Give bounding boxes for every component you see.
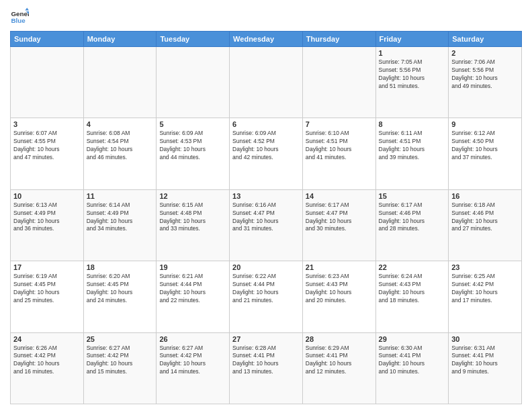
day-number: 1 xyxy=(379,49,446,57)
week-row-1: 3Sunrise: 6:07 AM Sunset: 4:55 PM Daylig… xyxy=(11,118,522,189)
day-info: Sunrise: 6:27 AM Sunset: 4:42 PM Dayligh… xyxy=(159,345,226,377)
day-cell: 16Sunrise: 6:18 AM Sunset: 4:46 PM Dayli… xyxy=(449,189,522,261)
day-cell: 22Sunrise: 6:24 AM Sunset: 4:43 PM Dayli… xyxy=(375,261,449,332)
day-cell: 20Sunrise: 6:22 AM Sunset: 4:44 PM Dayli… xyxy=(230,261,303,332)
day-cell xyxy=(83,47,157,118)
day-number: 5 xyxy=(159,120,226,128)
day-number: 30 xyxy=(451,335,519,343)
day-number: 8 xyxy=(379,120,446,128)
header-cell-saturday: Saturday xyxy=(449,32,522,47)
day-info: Sunrise: 6:09 AM Sunset: 4:53 PM Dayligh… xyxy=(159,130,226,162)
day-cell: 15Sunrise: 6:17 AM Sunset: 4:46 PM Dayli… xyxy=(375,189,449,261)
day-cell: 8Sunrise: 6:11 AM Sunset: 4:51 PM Daylig… xyxy=(375,118,449,189)
day-number: 7 xyxy=(306,120,373,128)
day-cell: 3Sunrise: 6:07 AM Sunset: 4:55 PM Daylig… xyxy=(11,118,84,189)
day-number: 19 xyxy=(159,263,226,271)
day-cell xyxy=(230,47,303,118)
day-cell: 18Sunrise: 6:20 AM Sunset: 4:45 PM Dayli… xyxy=(83,261,157,332)
day-number: 6 xyxy=(232,120,300,128)
day-info: Sunrise: 6:10 AM Sunset: 4:51 PM Dayligh… xyxy=(306,130,373,162)
day-cell: 24Sunrise: 6:26 AM Sunset: 4:42 PM Dayli… xyxy=(11,332,84,404)
day-number: 23 xyxy=(451,263,519,271)
header-cell-thursday: Thursday xyxy=(302,32,375,47)
day-cell: 30Sunrise: 6:31 AM Sunset: 4:41 PM Dayli… xyxy=(449,332,522,404)
svg-text:Blue: Blue xyxy=(11,17,26,24)
day-number: 13 xyxy=(232,192,300,200)
day-number: 25 xyxy=(87,335,154,343)
header-cell-friday: Friday xyxy=(375,32,449,47)
day-info: Sunrise: 6:09 AM Sunset: 4:52 PM Dayligh… xyxy=(232,130,300,162)
day-info: Sunrise: 6:29 AM Sunset: 4:41 PM Dayligh… xyxy=(306,345,373,377)
calendar-table: SundayMondayTuesdayWednesdayThursdayFrid… xyxy=(10,31,522,404)
day-info: Sunrise: 6:12 AM Sunset: 4:50 PM Dayligh… xyxy=(451,130,519,162)
day-cell: 17Sunrise: 6:19 AM Sunset: 4:45 PM Dayli… xyxy=(11,261,84,332)
day-number: 2 xyxy=(451,49,519,57)
day-cell: 19Sunrise: 6:21 AM Sunset: 4:44 PM Dayli… xyxy=(157,261,230,332)
day-info: Sunrise: 6:19 AM Sunset: 4:45 PM Dayligh… xyxy=(13,273,81,305)
day-info: Sunrise: 6:07 AM Sunset: 4:55 PM Dayligh… xyxy=(13,130,81,162)
calendar-header: SundayMondayTuesdayWednesdayThursdayFrid… xyxy=(11,32,522,47)
day-info: Sunrise: 6:27 AM Sunset: 4:42 PM Dayligh… xyxy=(87,345,154,377)
day-info: Sunrise: 6:21 AM Sunset: 4:44 PM Dayligh… xyxy=(159,273,226,305)
day-info: Sunrise: 6:16 AM Sunset: 4:47 PM Dayligh… xyxy=(232,201,300,234)
day-number: 10 xyxy=(13,192,81,200)
header-row: SundayMondayTuesdayWednesdayThursdayFrid… xyxy=(11,32,522,47)
day-info: Sunrise: 6:17 AM Sunset: 4:46 PM Dayligh… xyxy=(379,201,446,234)
day-cell: 27Sunrise: 6:28 AM Sunset: 4:41 PM Dayli… xyxy=(230,332,303,404)
day-cell: 13Sunrise: 6:16 AM Sunset: 4:47 PM Dayli… xyxy=(230,189,303,261)
day-info: Sunrise: 6:23 AM Sunset: 4:43 PM Dayligh… xyxy=(306,273,373,305)
header-cell-wednesday: Wednesday xyxy=(230,32,303,47)
day-cell: 7Sunrise: 6:10 AM Sunset: 4:51 PM Daylig… xyxy=(302,118,375,189)
day-info: Sunrise: 6:17 AM Sunset: 4:47 PM Dayligh… xyxy=(306,201,373,234)
day-cell: 21Sunrise: 6:23 AM Sunset: 4:43 PM Dayli… xyxy=(302,261,375,332)
day-cell: 14Sunrise: 6:17 AM Sunset: 4:47 PM Dayli… xyxy=(302,189,375,261)
day-number: 11 xyxy=(87,192,154,200)
logo-icon: General Blue xyxy=(10,7,29,26)
header-cell-tuesday: Tuesday xyxy=(157,32,230,47)
day-info: Sunrise: 6:15 AM Sunset: 4:48 PM Dayligh… xyxy=(159,201,226,234)
header-cell-monday: Monday xyxy=(83,32,157,47)
day-info: Sunrise: 6:30 AM Sunset: 4:41 PM Dayligh… xyxy=(379,345,446,377)
week-row-0: 1Sunrise: 7:05 AM Sunset: 5:56 PM Daylig… xyxy=(11,47,522,118)
day-cell: 25Sunrise: 6:27 AM Sunset: 4:42 PM Dayli… xyxy=(83,332,157,404)
day-info: Sunrise: 7:06 AM Sunset: 5:56 PM Dayligh… xyxy=(451,58,519,91)
day-number: 3 xyxy=(13,120,81,128)
day-number: 16 xyxy=(451,192,519,200)
day-number: 18 xyxy=(87,263,154,271)
day-number: 15 xyxy=(379,192,446,200)
day-cell: 28Sunrise: 6:29 AM Sunset: 4:41 PM Dayli… xyxy=(302,332,375,404)
day-number: 4 xyxy=(87,120,154,128)
day-cell: 6Sunrise: 6:09 AM Sunset: 4:52 PM Daylig… xyxy=(230,118,303,189)
day-info: Sunrise: 6:18 AM Sunset: 4:46 PM Dayligh… xyxy=(451,201,519,234)
day-number: 26 xyxy=(159,335,226,343)
day-number: 12 xyxy=(159,192,226,200)
day-info: Sunrise: 6:31 AM Sunset: 4:41 PM Dayligh… xyxy=(451,345,519,377)
day-number: 29 xyxy=(379,335,446,343)
day-number: 27 xyxy=(232,335,300,343)
day-cell: 4Sunrise: 6:08 AM Sunset: 4:54 PM Daylig… xyxy=(83,118,157,189)
day-info: Sunrise: 6:13 AM Sunset: 4:49 PM Dayligh… xyxy=(13,201,81,234)
calendar-body: 1Sunrise: 7:05 AM Sunset: 5:56 PM Daylig… xyxy=(11,47,522,404)
day-cell xyxy=(302,47,375,118)
day-number: 14 xyxy=(306,192,373,200)
day-number: 24 xyxy=(13,335,81,343)
header: General Blue xyxy=(10,7,522,26)
day-info: Sunrise: 6:28 AM Sunset: 4:41 PM Dayligh… xyxy=(232,345,300,377)
day-info: Sunrise: 6:22 AM Sunset: 4:44 PM Dayligh… xyxy=(232,273,300,305)
day-number: 17 xyxy=(13,263,81,271)
day-cell: 11Sunrise: 6:14 AM Sunset: 4:49 PM Dayli… xyxy=(83,189,157,261)
logo: General Blue xyxy=(10,7,30,26)
day-cell: 23Sunrise: 6:25 AM Sunset: 4:42 PM Dayli… xyxy=(449,261,522,332)
day-number: 9 xyxy=(451,120,519,128)
day-info: Sunrise: 6:25 AM Sunset: 4:42 PM Dayligh… xyxy=(451,273,519,305)
day-info: Sunrise: 6:14 AM Sunset: 4:49 PM Dayligh… xyxy=(87,201,154,234)
day-cell: 26Sunrise: 6:27 AM Sunset: 4:42 PM Dayli… xyxy=(157,332,230,404)
week-row-3: 17Sunrise: 6:19 AM Sunset: 4:45 PM Dayli… xyxy=(11,261,522,332)
day-cell: 12Sunrise: 6:15 AM Sunset: 4:48 PM Dayli… xyxy=(157,189,230,261)
day-info: Sunrise: 6:08 AM Sunset: 4:54 PM Dayligh… xyxy=(87,130,154,162)
day-cell xyxy=(11,47,84,118)
day-number: 28 xyxy=(306,335,373,343)
day-cell: 29Sunrise: 6:30 AM Sunset: 4:41 PM Dayli… xyxy=(375,332,449,404)
day-cell: 2Sunrise: 7:06 AM Sunset: 5:56 PM Daylig… xyxy=(449,47,522,118)
page: General Blue SundayMondayTuesdayWednesda… xyxy=(0,0,532,411)
